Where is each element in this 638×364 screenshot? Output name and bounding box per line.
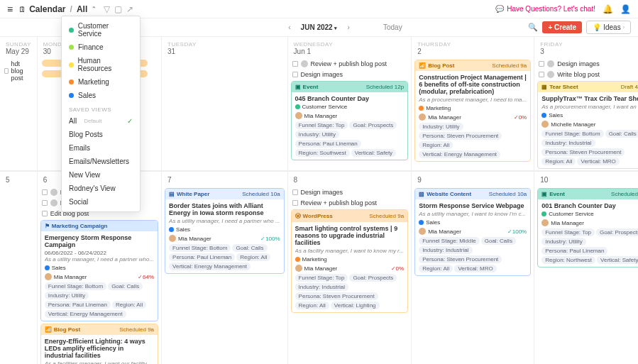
day-cell[interactable]: 10 ▣EventScheduled 12p 001 Branch Counte… <box>534 171 638 364</box>
breadcrumb: Calendar / All ⌃ <box>29 4 97 14</box>
avatar <box>541 121 549 128</box>
event-card[interactable]: ⓌWordPressScheduled 9a Smart lighting co… <box>291 209 409 313</box>
campaign-icon: ⚑ <box>45 223 50 229</box>
chat-icon: 💬 <box>495 5 504 13</box>
pill-tag: Industry: Industrial <box>419 246 472 254</box>
ideas-button[interactable]: 💡 Ideas › <box>586 21 631 34</box>
task-item[interactable]: Design images <box>291 70 409 79</box>
pill-tag: Vertical: Lighting <box>331 302 380 309</box>
pill-tag: Funnel Stage: Top <box>295 274 348 282</box>
view-dropdown[interactable]: Customer ServiceFinanceHuman ResourcesMa… <box>61 16 141 212</box>
user-icon[interactable]: 👤 <box>620 4 631 14</box>
event-card[interactable]: 📶Blog PostScheduled 9a Energy-Efficient … <box>40 324 158 364</box>
day-cell[interactable]: WEDNESDAY Jun 1 Review + publish blog po… <box>288 37 412 171</box>
day-cell[interactable]: TUESDAY 31 <box>162 37 288 171</box>
day-cell[interactable]: 9 ▧Website ContentScheduled 10a Storm Re… <box>412 171 534 364</box>
task-item[interactable]: Review + publish blog post <box>291 199 409 207</box>
saved-view-option[interactable]: Emails/Newsletters <box>62 155 140 168</box>
task-item[interactable]: Review + publish blog post <box>291 60 409 68</box>
avatar <box>295 112 302 119</box>
pill-tag: Funnel Stage: Bottom <box>169 244 231 252</box>
month-label[interactable]: JUN 2022 ▾ <box>301 23 338 31</box>
search-icon[interactable]: 🔍 <box>528 23 538 32</box>
pill-tag: Persona: Steven Procurement <box>295 292 378 300</box>
pill-tag: Industry: Utility <box>541 238 585 246</box>
day-cell[interactable]: 5 <box>0 171 38 364</box>
saved-view-option[interactable]: Blog Posts <box>62 128 140 141</box>
menu-icon[interactable]: ≡ <box>7 4 13 15</box>
chevron-up-icon[interactable]: ⌃ <box>92 6 97 12</box>
pill-tag: Region: All <box>419 141 453 149</box>
event-card[interactable]: ▣EventScheduled 12p 001 Branch Counter D… <box>537 188 638 268</box>
sheet-icon: ▦ <box>541 84 547 90</box>
next-month-button[interactable]: › <box>337 23 359 31</box>
event-card[interactable]: ⚑Marketing Campaign Emergency Storm Resp… <box>40 220 158 321</box>
filter-icon[interactable]: ▽ <box>104 4 110 14</box>
prev-month-button[interactable]: ‹ <box>278 23 300 31</box>
help-chat-link[interactable]: 💬 Have Questions? Let's chat! <box>495 5 595 13</box>
view-selector[interactable]: All <box>77 4 87 14</box>
pill-tag: Vertical: Energy Management <box>45 310 126 318</box>
avatar <box>419 228 426 235</box>
day-cell[interactable]: SUNDAY May 29 hdt blog post <box>0 37 38 171</box>
task-item[interactable]: hdt blog post <box>3 60 34 82</box>
pill-tag: Goal: Prospects <box>596 228 638 236</box>
pill-tag: Region: All <box>295 302 329 309</box>
pill-tag: Goal: Prospects <box>349 274 397 282</box>
calendar-icon: 🗓 <box>18 5 26 13</box>
category-option[interactable]: Finance <box>62 40 140 54</box>
pill-tag: Persona: Paul Lineman <box>541 247 607 255</box>
layout-icon[interactable]: ▢ <box>114 4 122 14</box>
notification-icon[interactable]: 🔔 <box>603 4 613 14</box>
event-card[interactable]: ▧Website ContentScheduled 10a Storm Resp… <box>414 188 531 276</box>
pill-tag: Industry: Industrial <box>295 283 348 291</box>
saved-view-option[interactable]: Rodney's View <box>62 182 140 195</box>
category-option[interactable]: Marketing <box>62 75 140 89</box>
doc-icon: ▤ <box>169 191 175 197</box>
share-icon[interactable]: ↗ <box>126 4 133 14</box>
pill-tag: Persona: Paul Lineman <box>169 253 235 261</box>
saved-view-option[interactable]: AllDefault✓ <box>62 114 140 128</box>
pill-tag: Region: All <box>236 253 270 261</box>
saved-view-option[interactable]: New View <box>62 168 140 182</box>
event-card[interactable]: ▦Tear SheetDraft 4:16p SupplyTrax™ Trax … <box>537 81 638 169</box>
pill-tag: Region: Southwest <box>295 149 350 157</box>
event-card[interactable]: ▤White PaperScheduled 10a Border States … <box>165 188 285 274</box>
avatar <box>45 273 52 280</box>
pill-tag: Funnel Stage: Middle <box>419 237 480 245</box>
task-item[interactable]: Design images <box>537 60 638 68</box>
pill-tag: Vertical: MRO <box>577 158 619 165</box>
pill-tag: Region: All <box>419 265 453 272</box>
avatar <box>541 219 549 226</box>
day-cell[interactable]: THURSDAY 2 📶Blog PostScheduled 9a Constr… <box>412 37 534 171</box>
pill-tag: Region: Northwest <box>541 256 595 264</box>
rss-icon: 📶 <box>45 326 52 333</box>
pill-tag: Goal: Prospects <box>349 121 397 129</box>
pill-tag: Persona: Steven Procurement <box>541 148 625 156</box>
event-card[interactable]: ▣EventScheduled 12p 045 Branch Counter D… <box>291 81 409 160</box>
today-button[interactable]: Today <box>383 23 402 31</box>
create-button[interactable]: + Create <box>542 21 582 33</box>
pill-tag: Vertical: Safety <box>351 149 396 157</box>
rss-icon: 📶 <box>419 62 426 69</box>
pill-tag: Industry: Utility <box>295 131 339 138</box>
web-icon: ▧ <box>419 191 424 197</box>
bulb-icon: 💡 <box>593 23 601 31</box>
saved-view-option[interactable]: Emails <box>62 141 140 155</box>
pill-tag: Funnel Stage: Bottom <box>541 130 603 138</box>
event-card[interactable]: 📶Blog PostScheduled 9a Construction Proj… <box>414 60 531 162</box>
event-type-icon: ▣ <box>541 191 547 197</box>
avatar <box>295 265 302 272</box>
pill-tag: Vertical: Safety <box>597 256 638 264</box>
calendar-title[interactable]: Calendar <box>29 4 65 14</box>
task-item[interactable]: Design images <box>291 188 409 197</box>
category-option[interactable]: Human Resources <box>62 54 140 75</box>
category-option[interactable]: Sales <box>62 89 140 102</box>
pill-tag: Goal: Calls <box>481 237 516 245</box>
day-cell[interactable]: 8 Design images Review + publish blog po… <box>288 171 412 364</box>
saved-view-option[interactable]: Social <box>62 195 140 209</box>
day-cell[interactable]: FRIDAY 3 Design images Write blog post ▦… <box>534 37 638 171</box>
task-item[interactable]: Write blog post <box>537 70 638 79</box>
day-cell[interactable]: 7 ▤White PaperScheduled 10a Border State… <box>162 171 288 364</box>
category-option[interactable]: Customer Service <box>62 19 140 40</box>
